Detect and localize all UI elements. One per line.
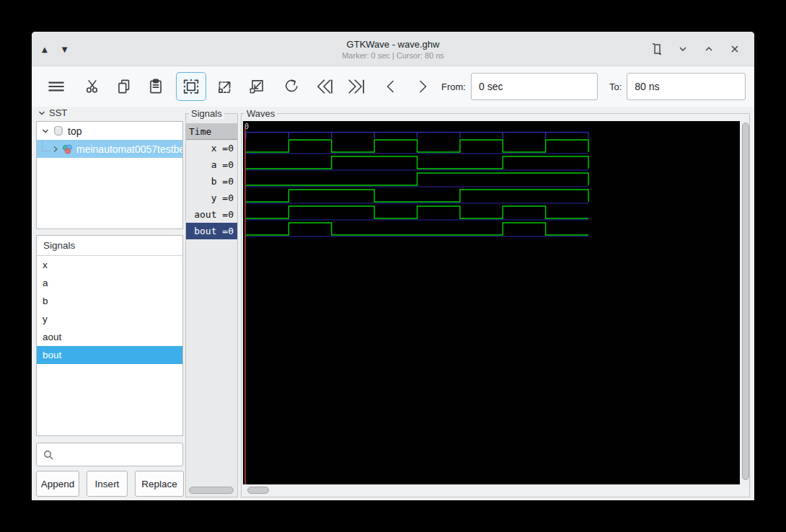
facility-items: xabyaoutbout: [37, 256, 182, 364]
waves-hscrollbar-thumb[interactable]: [247, 487, 269, 494]
toolbar: From: 0 sec To: 80 ns: [32, 66, 754, 107]
paste-button[interactable]: [143, 72, 169, 101]
signal-value-row[interactable]: x =0: [186, 140, 237, 156]
from-input[interactable]: 0 sec: [471, 73, 598, 100]
facility-list-header: Signals: [37, 236, 182, 256]
module-icon: [61, 143, 74, 155]
waveform-svg: 0: [243, 121, 740, 484]
keep-above-icon[interactable]: [649, 41, 665, 57]
wave-trace-b: [246, 173, 588, 185]
to-input[interactable]: 80 ns: [627, 73, 746, 100]
tree-item-label: meinautomat0057testbe: [76, 143, 182, 155]
expander-right-icon: [51, 145, 60, 154]
facility-item-aout[interactable]: aout: [37, 328, 182, 346]
facility-list: Signals xabyaoutbout: [36, 235, 183, 436]
menu-button[interactable]: [40, 72, 72, 101]
waves-panel: Waves 0: [241, 113, 750, 497]
titlebar[interactable]: ▲ ▼ GTKWave - wave.ghw Marker: 0 sec | C…: [32, 32, 754, 66]
signal-search-input[interactable]: [36, 443, 183, 466]
titlebar-down-triangle-icon[interactable]: ▼: [62, 45, 68, 53]
shift-left-button[interactable]: [381, 72, 401, 101]
insert-button[interactable]: Insert: [87, 471, 128, 497]
action-buttons: Append Insert Replace: [36, 471, 184, 497]
waves-frame-label: Waves: [244, 107, 277, 120]
expander-down-icon: [40, 126, 50, 136]
signals-panel: Signals Time x =0a =0b =0y =0aout =0bout…: [185, 113, 238, 497]
zoom-out-button[interactable]: [244, 72, 270, 101]
minimize-icon[interactable]: [675, 41, 691, 57]
sst-label: SST: [49, 107, 67, 118]
wave-trace-a: [246, 156, 588, 169]
signals-frame-label: Signals: [189, 107, 224, 120]
search-icon: [43, 449, 54, 461]
close-icon[interactable]: [727, 41, 743, 57]
facility-item-bout[interactable]: bout: [37, 346, 182, 364]
wave-trace-aout: [246, 206, 588, 218]
signal-value-row[interactable]: b =0: [186, 173, 237, 190]
shift-left-end-button[interactable]: [312, 72, 336, 101]
zoom-fit-button[interactable]: [176, 72, 206, 101]
waves-vscrollbar[interactable]: [741, 121, 751, 484]
tree-guide-line: [42, 141, 50, 151]
facility-item-b[interactable]: b: [37, 292, 182, 310]
shift-right-end-button[interactable]: [343, 72, 368, 101]
marker-cursor-status: Marker: 0 sec | Cursor: 80 ns: [342, 51, 444, 60]
signals-hscrollbar-thumb[interactable]: [189, 487, 234, 494]
signal-value-row[interactable]: a =0: [186, 156, 237, 173]
undo-button[interactable]: [280, 72, 303, 101]
wave-trace-bout: [246, 223, 588, 235]
signals-hscrollbar[interactable]: [187, 486, 237, 495]
window-title: GTKWave - wave.ghw: [347, 39, 440, 50]
facility-item-a[interactable]: a: [37, 274, 182, 292]
cut-button[interactable]: [79, 72, 105, 101]
sst-section-header[interactable]: SST: [37, 107, 67, 118]
gtkwave-window: ▲ ▼ GTKWave - wave.ghw Marker: 0 sec | C…: [32, 32, 754, 500]
wave-trace-y: [246, 190, 588, 202]
signal-value-row[interactable]: bout =0: [186, 223, 237, 239]
sst-expander-icon: [37, 109, 46, 118]
facility-item-x[interactable]: x: [37, 256, 182, 274]
titlebar-up-triangle-icon[interactable]: ▲: [42, 45, 48, 53]
zoom-in-button[interactable]: [212, 72, 238, 101]
waves-vscrollbar-thumb[interactable]: [742, 123, 749, 480]
from-label: From:: [441, 81, 466, 92]
maximize-icon[interactable]: [701, 41, 717, 57]
replace-button[interactable]: Replace: [135, 471, 184, 497]
tree-item-top[interactable]: top: [37, 122, 182, 140]
wave-canvas[interactable]: 0: [243, 121, 740, 484]
sst-tree: top meinautomat0057testbe: [36, 121, 183, 229]
signal-value-row[interactable]: y =0: [186, 190, 237, 206]
wave-trace-x: [246, 140, 588, 152]
to-label: To:: [609, 81, 622, 92]
tree-item-testbench[interactable]: meinautomat0057testbe: [37, 140, 182, 158]
waves-hscrollbar[interactable]: [243, 486, 740, 495]
time-header[interactable]: Time: [186, 123, 237, 140]
facility-item-y[interactable]: y: [37, 310, 182, 328]
shift-right-button[interactable]: [412, 72, 433, 101]
copy-button[interactable]: [111, 72, 137, 101]
tree-item-label: top: [68, 125, 81, 137]
append-button[interactable]: Append: [36, 471, 79, 497]
database-icon: [53, 125, 64, 137]
signal-value-row[interactable]: aout =0: [186, 206, 237, 223]
